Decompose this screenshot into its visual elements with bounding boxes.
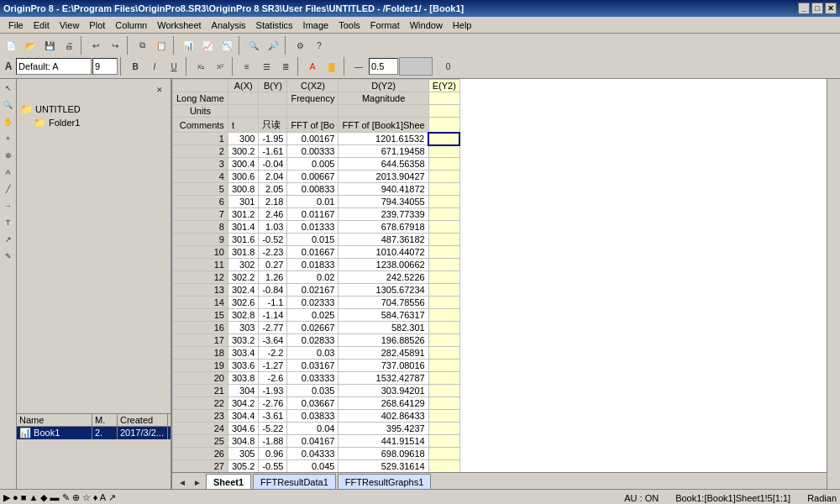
cell-a-27[interactable]: 305.2 (228, 460, 259, 473)
cell-b-6[interactable]: 2.18 (259, 196, 287, 208)
cell-a-7[interactable]: 301.2 (228, 208, 259, 221)
cell-e-8[interactable] (428, 221, 459, 234)
new-project-button[interactable]: 📄 (2, 36, 20, 55)
cell-a-20[interactable]: 303.8 (228, 372, 259, 385)
cell-b-27[interactable]: -0.55 (259, 460, 287, 473)
maximize-button[interactable]: □ (811, 3, 823, 14)
cell-a-1[interactable]: 300 (228, 133, 259, 145)
font-name-input[interactable] (16, 58, 92, 75)
pan-tool-button[interactable]: ✋ (1, 114, 16, 129)
open-button[interactable]: 📂 (21, 36, 39, 55)
cell-b-1[interactable]: -1.95 (259, 133, 287, 145)
data-reader-button[interactable]: + (1, 131, 16, 146)
redo-button[interactable]: ↪ (106, 36, 124, 55)
line-width-input[interactable] (369, 58, 398, 75)
settings-button[interactable]: ⚙ (291, 36, 309, 55)
cell-d-2[interactable]: 671.19458 (339, 145, 428, 158)
cell-c-5[interactable]: 0.00833 (287, 183, 339, 196)
cell-a-2[interactable]: 300.2 (228, 145, 259, 158)
cell-d-16[interactable]: 582.301 (339, 322, 428, 334)
cell-d-25[interactable]: 441.91514 (339, 435, 428, 448)
cell-b-13[interactable]: -0.84 (259, 284, 287, 297)
col-c-comments[interactable]: FFT of [Bo (287, 118, 339, 133)
cell-c-13[interactable]: 0.02167 (287, 284, 339, 297)
paste-button[interactable]: 📋 (152, 36, 171, 55)
menu-plot[interactable]: Plot (84, 18, 110, 32)
close-button[interactable]: ✕ (825, 3, 837, 14)
cell-e-15[interactable] (428, 309, 459, 322)
underline-button[interactable]: U (165, 57, 183, 76)
cell-e-7[interactable] (428, 208, 459, 221)
sheet-grid[interactable]: A(X) B(Y) C(X2) D(Y2) E(Y2) Long Name Fr… (172, 79, 827, 472)
menu-statistics[interactable]: Statistics (251, 18, 298, 32)
menu-help[interactable]: Help (448, 18, 477, 32)
col-d-comments[interactable]: FFT of [Book1]Shee (339, 118, 428, 133)
cell-c-6[interactable]: 0.01 (287, 196, 339, 208)
col-c-header[interactable]: C(X2) (287, 80, 339, 92)
cell-c-2[interactable]: 0.00333 (287, 145, 339, 158)
cell-e-20[interactable] (428, 372, 459, 385)
cell-b-20[interactable]: -2.6 (259, 372, 287, 385)
cell-d-17[interactable]: 196.88526 (339, 334, 428, 347)
cell-a-3[interactable]: 300.4 (228, 158, 259, 171)
cell-b-25[interactable]: -1.88 (259, 435, 287, 448)
cell-c-12[interactable]: 0.02 (287, 271, 339, 284)
cell-d-9[interactable]: 487.36182 (339, 234, 428, 246)
col-b-comments[interactable]: 只读 (259, 118, 287, 133)
cell-e-1[interactable] (428, 133, 459, 145)
scroll-tabs-right[interactable]: ► (191, 475, 204, 489)
fill-value-button[interactable]: 0 (433, 57, 463, 76)
menu-file[interactable]: File (3, 18, 29, 32)
cell-b-17[interactable]: -3.64 (259, 334, 287, 347)
chart-button[interactable]: 📊 (179, 36, 197, 55)
cell-a-24[interactable]: 304.6 (228, 423, 259, 435)
col-e-longname[interactable] (428, 92, 459, 105)
cell-b-10[interactable]: -2.23 (259, 246, 287, 259)
cell-c-17[interactable]: 0.02833 (287, 334, 339, 347)
cell-a-4[interactable]: 300.6 (228, 171, 259, 183)
col-a-longname[interactable] (228, 92, 259, 105)
font-color-button[interactable]: A (303, 57, 322, 76)
cell-e-17[interactable] (428, 334, 459, 347)
cell-e-4[interactable] (428, 171, 459, 183)
cell-a-23[interactable]: 304.4 (228, 410, 259, 423)
draw-line-button[interactable]: ╱ (1, 181, 16, 197)
cell-c-20[interactable]: 0.03333 (287, 372, 339, 385)
superscript-button[interactable]: X² (211, 57, 229, 76)
draw-arrow-button[interactable]: → (1, 198, 16, 213)
italic-button[interactable]: I (145, 57, 164, 76)
zoom-in-button[interactable]: 🔍 (244, 36, 263, 55)
cell-b-3[interactable]: -0.04 (259, 158, 287, 171)
print-button[interactable]: 🖨 (60, 36, 78, 55)
cell-d-22[interactable]: 268.64129 (339, 397, 428, 410)
cell-d-6[interactable]: 794.34055 (339, 196, 428, 208)
cell-e-24[interactable] (428, 423, 459, 435)
cell-e-12[interactable] (428, 271, 459, 284)
cell-d-8[interactable]: 678.67918 (339, 221, 428, 234)
cell-c-1[interactable]: 0.00167 (287, 133, 339, 145)
menu-column[interactable]: Column (110, 18, 152, 32)
cell-e-27[interactable] (428, 460, 459, 473)
col-c-units[interactable] (287, 105, 339, 118)
cell-b-15[interactable]: -1.14 (259, 309, 287, 322)
cell-a-19[interactable]: 303.6 (228, 360, 259, 372)
align-right-button[interactable]: ≣ (276, 57, 295, 76)
cell-c-23[interactable]: 0.03833 (287, 410, 339, 423)
cell-c-16[interactable]: 0.02667 (287, 322, 339, 334)
screen-reader-button[interactable]: ⊕ (1, 148, 16, 163)
text-tool-button[interactable]: T (1, 215, 16, 230)
align-center-button[interactable]: ☰ (257, 57, 276, 76)
fill-color-button[interactable]: ▓ (323, 57, 341, 76)
cell-b-16[interactable]: -2.77 (259, 322, 287, 334)
cell-a-15[interactable]: 302.8 (228, 309, 259, 322)
cell-a-12[interactable]: 302.2 (228, 271, 259, 284)
cell-b-5[interactable]: 2.05 (259, 183, 287, 196)
cell-d-24[interactable]: 395.4237 (339, 423, 428, 435)
cell-d-19[interactable]: 737.08016 (339, 360, 428, 372)
edit-mode-button[interactable]: ✎ (1, 249, 16, 264)
col-c-longname[interactable]: Frequency (287, 92, 339, 105)
cell-b-24[interactable]: -5.22 (259, 423, 287, 435)
cell-a-22[interactable]: 304.2 (228, 397, 259, 410)
line-color-button[interactable] (399, 57, 433, 76)
tab-fft-data[interactable]: FFTResultData1 (253, 474, 336, 489)
